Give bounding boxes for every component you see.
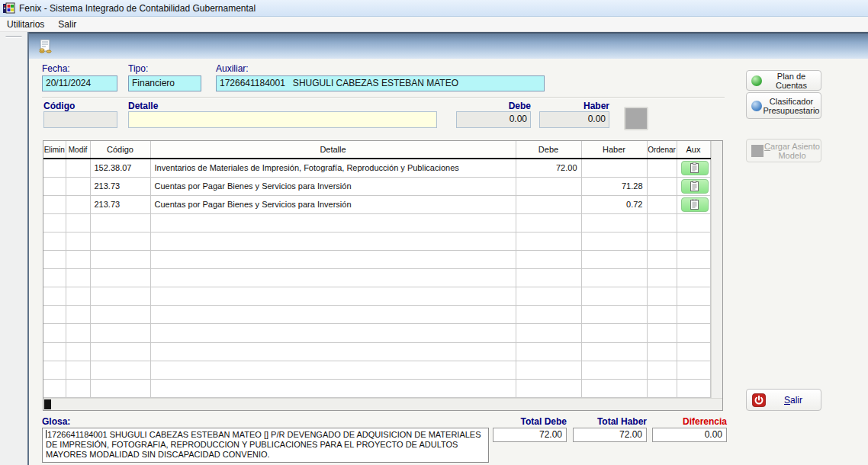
aux-button[interactable] (681, 179, 709, 194)
header-codigo[interactable]: Código (90, 141, 150, 159)
cell-codigo (90, 306, 150, 324)
cell-debe (516, 379, 581, 397)
cell-debe (516, 232, 581, 250)
header-ordenar[interactable]: Ordenar (647, 141, 677, 159)
cell-elimin (43, 342, 66, 361)
cell-ordenar (647, 287, 677, 306)
cell-ordenar (647, 177, 677, 195)
left-splitter-panel[interactable] (0, 32, 27, 465)
codigo-label: Código (43, 101, 75, 111)
text-caret (46, 430, 47, 438)
table-row[interactable] (43, 379, 710, 397)
debe-label: Debe (456, 101, 531, 111)
cell-ordenar (647, 195, 677, 213)
haber-label: Haber (539, 101, 609, 111)
cell-aux (677, 213, 710, 232)
table-row[interactable] (43, 213, 710, 232)
cell-ordenar (647, 213, 677, 232)
entry-gray-button[interactable] (624, 107, 648, 130)
fecha-input[interactable]: 20/11/2024 (42, 75, 117, 91)
debe-input[interactable]: 0.00 (456, 111, 531, 128)
cell-ordenar (647, 342, 677, 361)
cell-haber (581, 342, 647, 361)
header-aux[interactable]: Aux (677, 141, 710, 159)
auxiliar-input[interactable]: 1726641184001 SHUGULI CABEZAS ESTEBAN MA… (216, 75, 545, 91)
cell-ordenar (647, 269, 677, 287)
cell-ordenar (647, 159, 677, 177)
clasificador-label: Clasificador Presupuestario (762, 97, 821, 115)
cargar-asiento-modelo-button[interactable]: Cargar Asiento Modelo (746, 139, 821, 162)
cell-elimin (43, 269, 66, 287)
table-row[interactable] (43, 232, 710, 250)
table-row[interactable]: 213.73 Cuentas por Pagar Bienes y Servic… (43, 177, 710, 195)
header-elimin[interactable]: Elimin (43, 141, 66, 159)
header-detalle[interactable]: Detalle (150, 141, 516, 159)
plan-de-cuentas-button[interactable]: Plan de Cuentas (746, 70, 821, 91)
table-row[interactable]: 152.38.07 Inventarios de Materiales de I… (43, 159, 710, 177)
cell-aux (677, 159, 710, 177)
cell-debe (516, 361, 581, 379)
cell-aux (677, 379, 710, 397)
scrollbar-thumb[interactable] (44, 399, 51, 409)
form-content: Fecha: Tipo: Auxiliar: 20/11/2024 Financ… (29, 59, 868, 465)
cell-codigo (90, 213, 150, 232)
tipo-label: Tipo: (128, 63, 148, 74)
total-haber-label: Total Haber (573, 416, 647, 427)
cell-modif (66, 361, 90, 379)
cell-elimin (43, 306, 66, 324)
cell-aux (677, 324, 710, 342)
table-row[interactable] (43, 361, 710, 379)
menu-salir[interactable]: Salir (51, 18, 83, 31)
header-modif[interactable]: Modif (66, 141, 90, 159)
cell-haber (581, 324, 647, 342)
glosa-textarea[interactable]: 1726641184001 SHUGULI CABEZAS ESTEBAN MA… (42, 428, 489, 463)
cell-aux (677, 287, 710, 306)
toolbar-journal-button[interactable] (35, 37, 55, 57)
cell-elimin (43, 251, 66, 269)
clasificador-presupuestario-button[interactable]: Clasificador Presupuestario (746, 92, 821, 119)
salir-button[interactable]: Salir (746, 389, 821, 411)
tipo-input[interactable]: Financiero (128, 75, 201, 91)
cell-haber (581, 159, 647, 177)
header-haber[interactable]: Haber (581, 141, 647, 159)
cell-aux (677, 342, 710, 361)
title-bar: Fenix - Sistema Integrado de Contabilida… (0, 0, 868, 17)
table-row[interactable]: 213.73 Cuentas por Pagar Bienes y Servic… (43, 195, 710, 213)
cell-elimin (43, 379, 66, 397)
total-debe-label: Total Debe (493, 416, 567, 427)
table-row[interactable] (43, 324, 710, 342)
cell-haber (581, 251, 647, 269)
menu-utilitarios[interactable]: Utilitarios (0, 18, 51, 31)
table-row[interactable] (43, 269, 710, 287)
codigo-input[interactable] (43, 111, 117, 128)
horizontal-scrollbar[interactable] (43, 398, 722, 410)
table-row[interactable] (43, 287, 710, 306)
cell-haber (581, 269, 647, 287)
splitter-grip[interactable] (5, 36, 22, 38)
table-row[interactable] (43, 251, 710, 269)
cell-codigo (90, 287, 150, 306)
cell-modif (66, 269, 90, 287)
cell-ordenar (647, 324, 677, 342)
table-row[interactable] (43, 306, 710, 324)
cell-codigo (90, 324, 150, 342)
header-debe[interactable]: Debe (516, 141, 581, 159)
cell-aux (677, 269, 710, 287)
total-debe-field: 72.00 (493, 428, 567, 442)
cell-aux (677, 251, 710, 269)
glosa-text: 1726641184001 SHUGULI CABEZAS ESTEBAN MA… (46, 430, 481, 459)
aux-button[interactable] (681, 161, 709, 175)
cell-debe (516, 177, 581, 195)
cell-debe (516, 269, 581, 287)
table-row[interactable] (43, 342, 710, 361)
cell-modif (66, 195, 90, 213)
haber-input[interactable]: 0.00 (539, 111, 609, 128)
diferencia-label: Diferencia (652, 416, 727, 427)
window-title: Fenix - Sistema Integrado de Contabilida… (19, 3, 256, 14)
aux-button[interactable] (681, 197, 709, 212)
plan-de-cuentas-label: Plan de Cuentas (762, 72, 821, 90)
vertical-scrollbar[interactable] (711, 141, 723, 398)
glosa-label: Glosa: (42, 416, 70, 427)
cell-debe (516, 342, 581, 361)
detalle-input[interactable] (128, 111, 437, 128)
